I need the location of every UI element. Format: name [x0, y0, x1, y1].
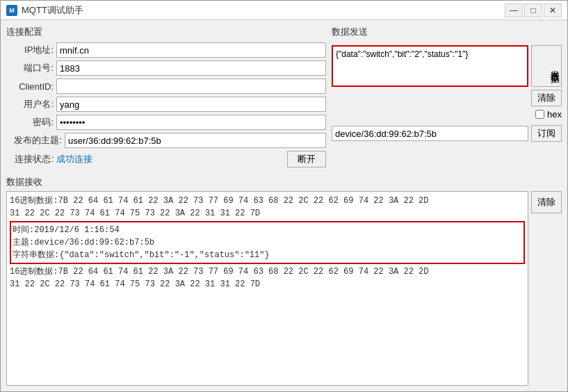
- connection-section-label: 连接配置: [6, 26, 326, 38]
- top-section: 连接配置 IP地址: 端口号: ClientID: 用户名:: [6, 26, 562, 170]
- username-row: 用户名:: [6, 97, 326, 112]
- data-send-label: 数据发送: [332, 26, 562, 38]
- port-label: 端口号:: [6, 62, 54, 74]
- publish-input[interactable]: [65, 133, 326, 148]
- publish-row: 发布的主题:: [6, 133, 326, 148]
- highlighted-line-1: 时间:2019/12/6 1:16:54: [13, 224, 522, 236]
- receive-section: 数据接收 16进制数据:7B 22 64 61 74 61 22 3A 22 7…: [6, 176, 562, 386]
- port-row: 端口号:: [6, 60, 326, 76]
- hex-checkbox[interactable]: [535, 110, 544, 119]
- data-send-panel: 数据发送 发送数据 清除 hex 订阅: [332, 26, 562, 170]
- maximize-button[interactable]: □: [524, 3, 542, 17]
- receive-line-3: 16进制数据:7B 22 64 61 74 61 22 3A 22 73 77 …: [10, 266, 525, 278]
- receive-line-1: 16进制数据:7B 22 64 61 74 61 22 3A 22 73 77 …: [10, 195, 525, 207]
- password-label: 密码:: [6, 116, 54, 129]
- receive-line-2: 31 22 2C 22 73 74 61 74 75 73 22 3A 22 3…: [10, 207, 525, 220]
- ip-row: IP地址:: [6, 42, 326, 58]
- send-middle: 清除: [332, 90, 562, 106]
- clientid-row: ClientID:: [6, 79, 326, 94]
- clientid-input[interactable]: [56, 79, 326, 94]
- username-input[interactable]: [56, 97, 326, 112]
- highlighted-line-3: 字符串数据:{"data":"switch","bit":"-1","statu…: [13, 249, 522, 261]
- send-button[interactable]: 发送数据: [531, 45, 562, 87]
- ip-input[interactable]: [56, 42, 326, 58]
- send-top: 发送数据: [332, 45, 562, 87]
- username-label: 用户名:: [6, 98, 54, 111]
- hex-row: hex: [332, 109, 562, 120]
- password-input[interactable]: [56, 115, 326, 130]
- ip-label: IP地址:: [6, 44, 54, 56]
- highlighted-line-2: 主题:device/36:dd:99:62:b7:5b: [13, 236, 522, 249]
- publish-label: 发布的主题:: [6, 134, 62, 147]
- title-bar: M MQTT调试助手 — □ ✕: [1, 1, 567, 20]
- subscribe-button[interactable]: 订阅: [531, 125, 562, 142]
- password-row: 密码:: [6, 115, 326, 130]
- app-icon: M: [6, 5, 17, 16]
- window-title: MQTT调试助手: [22, 4, 83, 17]
- receive-line-4: 31 22 2C 22 73 74 61 74 75 73 22 3A 22 3…: [10, 278, 525, 291]
- clientid-label: ClientID:: [6, 81, 54, 92]
- main-content: 连接配置 IP地址: 端口号: ClientID: 用户名:: [1, 20, 567, 391]
- status-row: 连接状态: 成功连接 断开: [6, 151, 326, 168]
- status-label: 连接状态:: [6, 153, 54, 165]
- connection-panel: 连接配置 IP地址: 端口号: ClientID: 用户名:: [6, 26, 326, 170]
- send-textarea[interactable]: [332, 45, 528, 87]
- disconnect-button[interactable]: 断开: [287, 151, 326, 168]
- minimize-button[interactable]: —: [505, 3, 523, 17]
- main-window: M MQTT调试助手 — □ ✕ 连接配置 IP地址: 端口号:: [0, 0, 568, 392]
- receive-label: 数据接收: [6, 176, 562, 188]
- receive-content[interactable]: 16进制数据:7B 22 64 61 74 61 22 3A 22 73 77 …: [6, 191, 528, 386]
- hex-label: hex: [547, 109, 562, 120]
- close-button[interactable]: ✕: [544, 3, 562, 17]
- receive-area-wrapper: 16进制数据:7B 22 64 61 74 61 22 3A 22 73 77 …: [6, 191, 562, 386]
- port-input[interactable]: [56, 60, 326, 76]
- connection-status: 成功连接: [56, 153, 284, 165]
- clear-send-button[interactable]: 清除: [531, 90, 562, 106]
- highlighted-block: 时间:2019/12/6 1:16:54 主题:device/36:dd:99:…: [10, 221, 525, 264]
- subscribe-row: 订阅: [332, 125, 562, 142]
- subscribe-input[interactable]: [332, 126, 528, 141]
- title-bar-left: M MQTT调试助手: [6, 4, 83, 17]
- clear-receive-button[interactable]: 清除: [531, 191, 562, 213]
- window-controls: — □ ✕: [505, 3, 562, 17]
